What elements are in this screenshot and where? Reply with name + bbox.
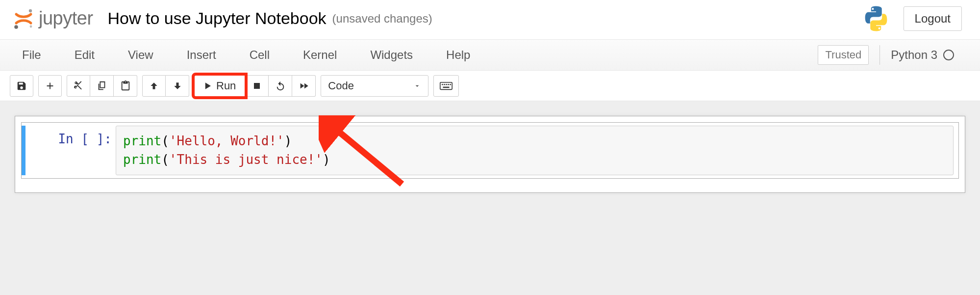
python-logo-icon	[862, 5, 890, 32]
save-icon	[16, 80, 27, 91]
svg-rect-4	[440, 82, 452, 89]
cell-selected-marker	[22, 126, 25, 175]
restart-icon	[275, 80, 286, 91]
chevron-down-icon	[413, 82, 421, 90]
menu-file[interactable]: File	[17, 44, 46, 66]
interrupt-button[interactable]	[245, 75, 269, 97]
jupyter-logo-icon	[12, 7, 35, 30]
keyboard-icon	[440, 81, 452, 90]
celltype-select[interactable]: Code	[321, 75, 428, 97]
svg-rect-3	[254, 83, 260, 89]
code-line[interactable]: print('This is just nice!')	[123, 151, 946, 169]
menu-cell[interactable]: Cell	[245, 44, 275, 66]
menu-help[interactable]: Help	[441, 44, 475, 66]
menu-widgets[interactable]: Widgets	[365, 44, 418, 66]
command-palette-button[interactable]	[433, 75, 459, 97]
copy-icon	[97, 80, 107, 91]
fast-forward-icon	[299, 80, 309, 91]
toolbar: Run Code	[0, 71, 980, 101]
save-button[interactable]	[10, 75, 33, 97]
cell-input-area[interactable]: print('Hello, World!') print('This is ju…	[116, 126, 954, 175]
run-button[interactable]: Run	[194, 75, 245, 97]
save-status: (unsaved changes)	[332, 12, 432, 26]
cell-prompt: In [ ]:	[27, 126, 116, 175]
svg-rect-9	[450, 83, 451, 84]
svg-rect-5	[442, 83, 443, 84]
plus-icon	[45, 80, 55, 91]
code-line[interactable]: print('Hello, World!')	[123, 132, 946, 151]
menu-insert[interactable]: Insert	[182, 44, 221, 66]
menu-edit[interactable]: Edit	[70, 44, 100, 66]
play-icon	[203, 81, 212, 90]
menu-kernel[interactable]: Kernel	[298, 44, 342, 66]
menu-view[interactable]: View	[123, 44, 158, 66]
menubar: File Edit View Insert Cell Kernel Widget…	[0, 39, 980, 71]
restart-button[interactable]	[269, 75, 292, 97]
move-down-button[interactable]	[166, 75, 189, 97]
kernel-name-label: Python 3	[891, 48, 937, 62]
kernel-idle-icon	[943, 50, 954, 60]
notebook: In [ ]: print('Hello, World!') print('Th…	[15, 116, 965, 193]
notebook-container: In [ ]: print('Hello, World!') print('Th…	[0, 101, 980, 295]
restart-run-all-button[interactable]	[292, 75, 316, 97]
header: jupyter How to use Jupyter Notebook (uns…	[0, 0, 980, 39]
copy-button[interactable]	[90, 75, 114, 97]
kernel-indicator[interactable]: Python 3	[891, 48, 954, 62]
jupyter-logo[interactable]: jupyter	[12, 7, 93, 30]
logout-button[interactable]: Logout	[904, 6, 962, 31]
svg-point-0	[29, 9, 32, 12]
stop-icon	[252, 81, 261, 90]
jupyter-logo-text: jupyter	[39, 8, 93, 29]
scissors-icon	[73, 80, 84, 91]
notebook-title[interactable]: How to use Jupyter Notebook	[108, 9, 327, 28]
code-cell[interactable]: In [ ]: print('Hello, World!') print('Th…	[21, 122, 959, 179]
arrow-up-icon	[149, 81, 159, 91]
paste-icon	[120, 80, 131, 91]
insert-cell-below-button[interactable]	[38, 75, 62, 97]
divider	[879, 45, 880, 65]
move-up-button[interactable]	[142, 75, 166, 97]
cut-button[interactable]	[67, 75, 90, 97]
svg-point-1	[14, 25, 18, 29]
svg-rect-6	[444, 83, 445, 84]
trusted-indicator[interactable]: Trusted	[818, 45, 869, 65]
celltype-selected-label: Code	[328, 80, 354, 92]
svg-rect-8	[448, 83, 449, 84]
run-button-label: Run	[216, 80, 236, 92]
svg-rect-10	[443, 86, 450, 87]
svg-rect-7	[446, 83, 447, 84]
arrow-down-icon	[173, 81, 182, 91]
paste-button[interactable]	[114, 75, 137, 97]
svg-point-2	[30, 25, 32, 27]
